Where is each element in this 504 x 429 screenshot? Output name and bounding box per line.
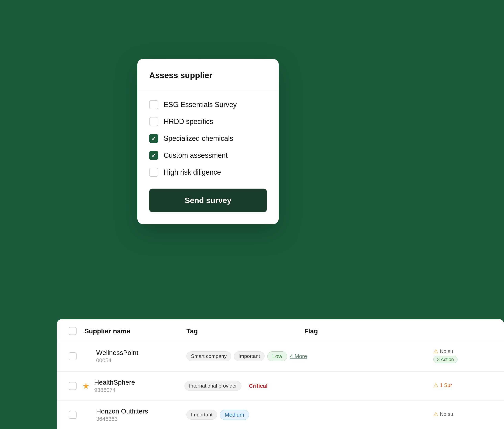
risk-badge-low: Low bbox=[267, 351, 287, 361]
tag-important-horizon: Important bbox=[186, 410, 217, 420]
table-header: Supplier name Tag Flag bbox=[57, 319, 504, 341]
flag-text-healthsphere: 1 Sur bbox=[440, 382, 452, 388]
modal-divider bbox=[137, 90, 279, 90]
tags-wellnesspoint: Smart company Important Low 4 More bbox=[186, 351, 433, 361]
select-healthsphere-checkbox[interactable] bbox=[69, 382, 77, 390]
supplier-id-healthsphere: 9386074 bbox=[94, 387, 184, 393]
assess-supplier-modal: Assess supplier ESG Essentials Survey HR… bbox=[137, 59, 279, 224]
table-panel: Supplier name Tag Flag WellnessPoint 000… bbox=[57, 319, 504, 429]
table-row: ★ HealthSphere 9386074 International pro… bbox=[57, 372, 504, 401]
star-healthsphere: ★ bbox=[82, 382, 94, 391]
flag-col-wellnesspoint: ⚠ No su 3 Action bbox=[433, 348, 492, 364]
supplier-id-horizon: 3646363 bbox=[96, 416, 186, 422]
risk-badge-critical: Critical bbox=[244, 381, 272, 391]
col-flag: Flag bbox=[304, 327, 492, 335]
modal-checkbox-hrdd[interactable] bbox=[149, 117, 158, 126]
modal-checkbox-custom[interactable] bbox=[149, 151, 158, 160]
warning-icon: ⚠ bbox=[433, 411, 438, 417]
modal-option-custom[interactable]: Custom assessment bbox=[149, 151, 267, 160]
modal-option-label-hrdd: HRDD specifics bbox=[164, 117, 213, 126]
supplier-id-wellnesspoint: 00054 bbox=[96, 357, 186, 364]
col-supplier-name: Supplier name bbox=[84, 327, 186, 335]
row-checkbox-wellnesspoint bbox=[69, 352, 84, 360]
supplier-info-horizon: Horizon Outfitters 3646363 bbox=[96, 407, 186, 422]
tags-horizon: Important Medium bbox=[186, 410, 433, 420]
modal-title: Assess supplier bbox=[149, 71, 267, 80]
flag-no-survey: ⚠ No su bbox=[433, 348, 492, 355]
more-link-wellnesspoint[interactable]: 4 More bbox=[290, 353, 307, 359]
tags-healthsphere: International provider Critical bbox=[184, 381, 433, 391]
table-row: WellnessPoint 00054 Smart company Import… bbox=[57, 341, 504, 372]
supplier-name-wellnesspoint: WellnessPoint bbox=[96, 349, 186, 357]
supplier-name-horizon: Horizon Outfitters bbox=[96, 407, 186, 415]
row-checkbox-horizon bbox=[69, 411, 84, 419]
modal-option-esg[interactable]: ESG Essentials Survey bbox=[149, 100, 267, 109]
tag-smart-company: Smart company bbox=[186, 351, 231, 361]
modal-option-specialized[interactable]: Specialized chemicals bbox=[149, 134, 267, 143]
send-survey-button[interactable]: Send survey bbox=[149, 188, 267, 212]
select-wellnesspoint-checkbox[interactable] bbox=[69, 352, 77, 360]
flag-survey-healthsphere: ⚠ 1 Sur bbox=[433, 382, 492, 389]
flag-actions: 3 Action bbox=[433, 356, 492, 363]
supplier-name-healthsphere: HealthSphere bbox=[94, 378, 184, 386]
header-checkbox-col bbox=[69, 327, 84, 335]
row-checkbox-healthsphere bbox=[69, 382, 84, 390]
modal-checkbox-specialized[interactable] bbox=[149, 134, 158, 143]
risk-badge-medium: Medium bbox=[220, 410, 249, 420]
action-badge-wellnesspoint[interactable]: 3 Action bbox=[433, 356, 458, 363]
modal-option-label-custom: Custom assessment bbox=[164, 151, 228, 160]
warning-icon: ⚠ bbox=[433, 348, 438, 355]
tag-international-provider: International provider bbox=[184, 381, 241, 391]
modal-option-label-highrisk: High risk diligence bbox=[164, 168, 221, 176]
modal-option-label-specialized: Specialized chemicals bbox=[164, 134, 233, 143]
select-horizon-checkbox[interactable] bbox=[69, 411, 77, 419]
modal-option-label-esg: ESG Essentials Survey bbox=[164, 101, 237, 109]
flag-text-wellnesspoint: No su bbox=[440, 348, 453, 354]
table-row: Horizon Outfitters 3646363 Important Med… bbox=[57, 401, 504, 429]
flag-col-horizon: ⚠ No su bbox=[433, 411, 492, 419]
modal-option-hrdd[interactable]: HRDD specifics bbox=[149, 117, 267, 126]
supplier-info-healthsphere: HealthSphere 9386074 bbox=[94, 378, 184, 393]
col-tag: Tag bbox=[186, 327, 304, 335]
flag-no-survey-horizon: ⚠ No su bbox=[433, 411, 492, 417]
warning-icon: ⚠ bbox=[433, 382, 438, 389]
flag-text-horizon: No su bbox=[440, 411, 453, 417]
modal-checkbox-highrisk[interactable] bbox=[149, 168, 158, 177]
modal-checkbox-esg[interactable] bbox=[149, 100, 158, 109]
select-all-checkbox[interactable] bbox=[69, 327, 77, 335]
flag-col-healthsphere: ⚠ 1 Sur bbox=[433, 382, 492, 390]
tag-important: Important bbox=[234, 351, 265, 361]
supplier-info-wellnesspoint: WellnessPoint 00054 bbox=[96, 349, 186, 364]
modal-option-highrisk[interactable]: High risk diligence bbox=[149, 168, 267, 177]
